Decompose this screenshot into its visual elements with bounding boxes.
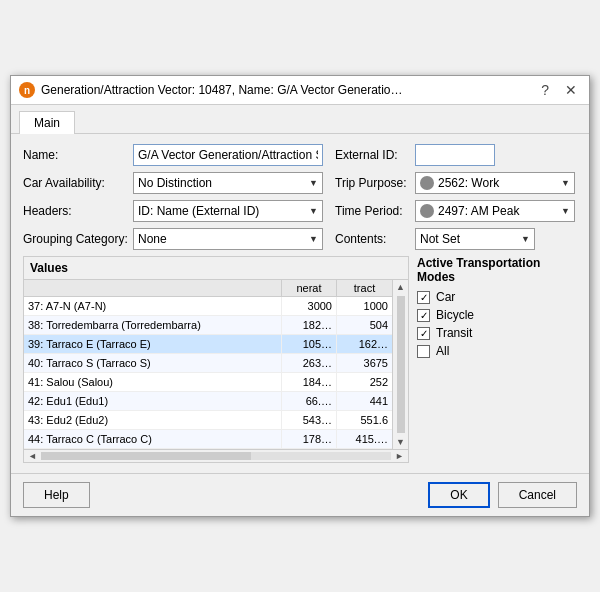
cell-name: 37: A7-N (A7-N) [24,297,282,315]
cell-gen: 66.… [282,392,337,410]
table-row[interactable]: 39: Tarraco E (Tarraco E) 105… 162… [24,335,392,354]
main-area: Values nerat tract 37: A7-N (A7-N) 3000 … [23,256,577,463]
trip-purpose-dropdown[interactable]: 2562: Work ▼ [415,172,575,194]
cell-att: 162… [337,335,392,353]
headers-dropdown[interactable]: ID: Name (External ID) ▼ [133,200,323,222]
col-name [24,280,282,296]
close-button[interactable]: ✕ [561,82,581,98]
hscroll-thumb[interactable] [41,452,251,460]
grouping-label: Grouping Category: [23,232,133,246]
cell-att: 551.6 [337,411,392,429]
name-label: Name: [23,148,133,162]
cell-gen: 3000 [282,297,337,315]
modes-title: Active Transportation Modes [417,256,577,284]
car-availability-label: Car Availability: [23,176,133,190]
table-row[interactable]: 37: A7-N (A7-N) 3000 1000 [24,297,392,316]
col-gen: nerat [282,280,337,296]
table-row[interactable]: 40: Tarraco S (Tarraco S) 263… 3675 [24,354,392,373]
table-row[interactable]: 41: Salou (Salou) 184… 252 [24,373,392,392]
footer: Help OK Cancel [11,473,589,516]
external-id-group: External ID: [335,144,495,166]
cancel-button[interactable]: Cancel [498,482,577,508]
cell-name: 38: Torredembarra (Torredembarra) [24,316,282,334]
ok-button[interactable]: OK [428,482,489,508]
trip-purpose-label: Trip Purpose: [335,176,415,190]
mode-label: Car [436,290,455,304]
table-body[interactable]: 37: A7-N (A7-N) 3000 1000 38: Torredemba… [24,297,392,449]
dialog-window: n Generation/Attraction Vector: 10487, N… [10,75,590,517]
dialog-content: Name: External ID: Car Availability: No … [11,134,589,473]
external-id-input[interactable] [415,144,495,166]
horizontal-scrollbar[interactable]: ◄ ► [24,449,408,462]
help-button[interactable]: Help [23,482,90,508]
scroll-left-arrow[interactable]: ◄ [26,451,39,461]
cell-gen: 543… [282,411,337,429]
headers-label: Headers: [23,204,133,218]
cell-name: 40: Tarraco S (Tarraco S) [24,354,282,372]
mode-item[interactable]: Car [417,290,577,304]
col-att: tract [337,280,392,296]
contents-label: Contents: [335,232,415,246]
car-availability-row: Car Availability: No Distinction ▼ Trip … [23,172,577,194]
time-period-label: Time Period: [335,204,415,218]
external-id-label: External ID: [335,148,415,162]
mode-checkbox[interactable] [417,327,430,340]
cell-gen: 105… [282,335,337,353]
cell-gen: 178… [282,430,337,448]
vertical-scrollbar[interactable]: ▲ ▼ [392,280,408,449]
time-period-icon [420,204,434,218]
chevron-down-icon: ▼ [561,206,570,216]
scroll-up-arrow[interactable]: ▲ [396,280,405,294]
mode-checkbox[interactable] [417,291,430,304]
name-input[interactable] [133,144,323,166]
cell-name: 42: Edu1 (Edu1) [24,392,282,410]
mode-checkbox[interactable] [417,345,430,358]
trip-purpose-group: Trip Purpose: 2562: Work ▼ [335,172,575,194]
table-row[interactable]: 44: Tarraco C (Tarraco C) 178… 415.… [24,430,392,449]
cell-att: 252 [337,373,392,391]
mode-item[interactable]: Bicycle [417,308,577,322]
mode-checkbox[interactable] [417,309,430,322]
help-icon-button[interactable]: ? [537,82,553,98]
name-row: Name: External ID: [23,144,577,166]
chevron-down-icon: ▼ [309,234,318,244]
scroll-thumb[interactable] [397,296,405,433]
title-bar-left: n Generation/Attraction Vector: 10487, N… [19,82,403,98]
mode-item[interactable]: Transit [417,326,577,340]
grouping-dropdown[interactable]: None ▼ [133,228,323,250]
mode-item[interactable]: All [417,344,577,358]
hscroll-track[interactable] [41,452,391,460]
app-icon: n [19,82,35,98]
headers-row: Headers: ID: Name (External ID) ▼ Time P… [23,200,577,222]
chevron-down-icon: ▼ [561,178,570,188]
active-modes-section: Active Transportation Modes Car Bicycle … [417,256,577,463]
table-row[interactable]: 38: Torredembarra (Torredembarra) 182… 5… [24,316,392,335]
cell-att: 3675 [337,354,392,372]
tab-bar: Main [11,105,589,134]
scroll-down-arrow[interactable]: ▼ [396,435,405,449]
table-row[interactable]: 42: Edu1 (Edu1) 66.… 441 [24,392,392,411]
tab-main[interactable]: Main [19,111,75,134]
dialog-title: Generation/Attraction Vector: 10487, Nam… [41,83,403,97]
scroll-right-arrow[interactable]: ► [393,451,406,461]
grouping-row: Grouping Category: None ▼ Contents: Not … [23,228,577,250]
table-with-scrollbar: nerat tract 37: A7-N (A7-N) 3000 1000 38… [24,280,408,449]
modes-list: Car Bicycle Transit All [417,290,577,358]
values-title: Values [24,257,408,280]
cell-att: 415.… [337,430,392,448]
car-availability-dropdown[interactable]: No Distinction ▼ [133,172,323,194]
table-header: nerat tract [24,280,392,297]
contents-dropdown[interactable]: Not Set ▼ [415,228,535,250]
cell-gen: 184… [282,373,337,391]
table-row[interactable]: 43: Edu2 (Edu2) 543… 551.6 [24,411,392,430]
mode-label: All [436,344,449,358]
cell-gen: 263… [282,354,337,372]
cell-name: 43: Edu2 (Edu2) [24,411,282,429]
table-inner: nerat tract 37: A7-N (A7-N) 3000 1000 38… [24,280,392,449]
contents-group: Contents: Not Set ▼ [335,228,535,250]
chevron-down-icon: ▼ [521,234,530,244]
cell-att: 504 [337,316,392,334]
time-period-dropdown[interactable]: 2497: AM Peak ▼ [415,200,575,222]
cell-name: 41: Salou (Salou) [24,373,282,391]
cell-name: 44: Tarraco C (Tarraco C) [24,430,282,448]
